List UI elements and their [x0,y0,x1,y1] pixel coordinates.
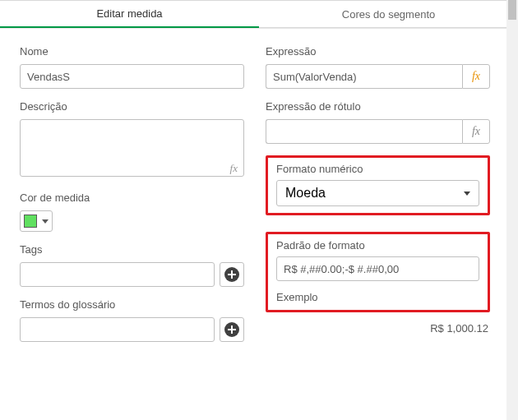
tab-edit-measure[interactable]: Editar medida [0,1,259,28]
description-group: Descrição [20,100,244,180]
expression-input[interactable] [266,64,462,89]
scrollbar-thumb[interactable] [508,0,516,20]
left-column: Nome Descrição Cor de medida [20,45,244,407]
format-pattern-label: Padrão de formato [276,239,479,252]
add-tag-button[interactable] [220,262,244,287]
glossary-label: Termos do glossário [20,298,244,311]
example-label: Exemplo [276,291,479,303]
number-format-label: Formato numérico [276,163,479,175]
open-expression-editor-button[interactable]: fx [462,64,490,89]
description-input[interactable] [20,119,244,177]
example-value: R$ 1,000.12 [266,322,490,335]
tab-segment-colors[interactable]: Cores do segmento [259,1,518,28]
name-label: Nome [20,45,244,58]
label-expression-group: Expressão de rótulo fx [266,100,490,144]
chevron-down-icon [464,192,470,196]
chevron-down-icon [42,219,49,224]
fx-icon[interactable] [230,162,238,175]
name-group: Nome [20,45,244,89]
format-pattern-highlight: Padrão de formato Exemplo [266,232,490,312]
measure-color-picker[interactable] [20,210,53,232]
scrollbar[interactable] [506,0,518,420]
tags-group: Tags [20,243,244,287]
measure-color-label: Cor de medida [20,192,244,204]
tab-bar: Editar medida Cores do segmento [0,1,518,29]
format-pattern-input[interactable] [276,256,479,281]
open-label-expression-editor-button[interactable]: fx [462,119,490,144]
number-format-select[interactable]: Moeda [276,180,479,206]
glossary-group: Termos do glossário [20,298,244,342]
description-label: Descrição [20,100,244,113]
right-column: Expressão fx Expressão de rótulo fx Form… [266,45,497,407]
glossary-input[interactable] [20,317,215,342]
tags-input[interactable] [20,262,215,287]
expression-label: Expressão [266,45,490,58]
plus-circle-icon [224,322,239,337]
color-swatch [24,215,37,228]
number-format-highlight: Formato numérico Moeda [266,155,490,215]
color-group: Cor de medida [20,192,244,232]
expression-group: Expressão fx [266,45,490,89]
label-expression-input[interactable] [266,119,462,144]
plus-circle-icon [224,267,239,282]
add-glossary-button[interactable] [220,317,244,342]
name-input[interactable] [20,64,244,89]
label-expression-label: Expressão de rótulo [266,100,490,113]
number-format-value: Moeda [285,186,326,201]
tags-label: Tags [20,243,244,256]
